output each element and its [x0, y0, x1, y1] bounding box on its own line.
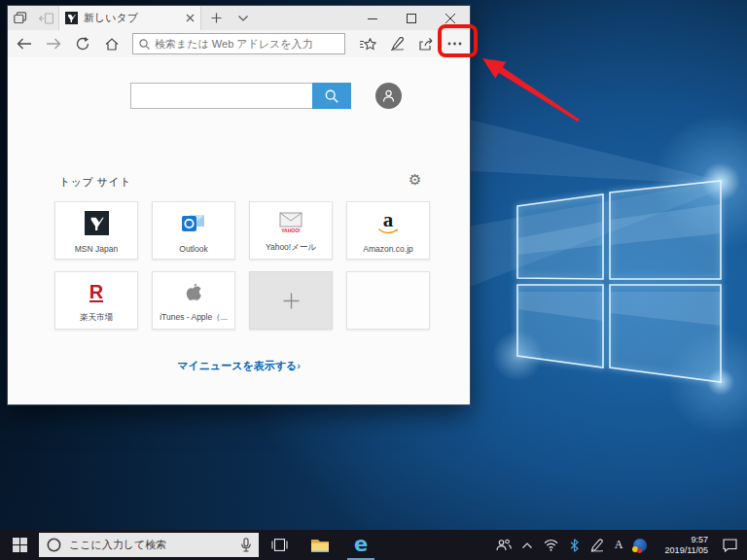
windows-ink-button[interactable] [586, 530, 609, 560]
people-icon [496, 539, 512, 551]
microphone-icon[interactable] [241, 538, 251, 552]
top-site-tile-outlook[interactable]: Outlook [152, 201, 235, 260]
profile-avatar[interactable] [375, 83, 402, 109]
pen-icon [590, 539, 604, 552]
address-bar-placeholder: 検索または Web アドレスを入力 [155, 37, 313, 52]
edge-browser-window: 新しいタブ [7, 5, 471, 405]
action-center-icon [723, 539, 737, 552]
tab-close-icon[interactable] [186, 14, 195, 22]
start-button[interactable] [0, 530, 39, 560]
new-tab-button[interactable] [201, 6, 231, 30]
top-site-tile-itunes[interactable]: iTunes - Apple（... [152, 271, 235, 330]
share-button[interactable] [411, 31, 441, 56]
rakuten-icon: R [89, 283, 103, 302]
file-explorer-button[interactable] [300, 530, 340, 560]
top-site-tile-amazon[interactable]: a Amazon.co.jp [346, 201, 430, 260]
taskbar: ここに入力して検索 e [0, 530, 747, 560]
yahoo-mail-icon [279, 212, 302, 228]
annotation-highlight-box [438, 24, 478, 57]
web-search-button[interactable] [312, 83, 351, 109]
folder-icon [310, 538, 330, 553]
add-top-site-tile[interactable] [249, 271, 333, 330]
wifi-button[interactable] [539, 530, 562, 560]
taskbar-search-placeholder: ここに入力して検索 [69, 538, 233, 552]
top-sites-heading: トップ サイト [59, 175, 131, 190]
bluetooth-icon [570, 539, 579, 552]
amazon-icon: a [383, 212, 394, 228]
clock-date: 2019/11/05 [652, 545, 708, 556]
ime-mode-indicator[interactable]: A [609, 530, 628, 560]
cortana-icon [47, 538, 61, 552]
set-aside-tabs-button[interactable] [8, 6, 33, 30]
desktop: 新しいタブ [0, 0, 747, 560]
chevron-up-icon [522, 542, 532, 548]
top-site-tile-rakuten[interactable]: R 楽天市場 [54, 271, 138, 330]
show-my-news-link[interactable]: マイニュースを表示する› [8, 359, 470, 373]
web-note-pen-button[interactable] [382, 31, 411, 56]
edge-icon: e [354, 535, 368, 555]
clock-time: 9:57 [652, 535, 708, 545]
tab-title: 新しいタブ [84, 11, 180, 25]
restore-set-aside-tabs-button[interactable] [33, 6, 58, 30]
forward-button[interactable] [39, 31, 68, 56]
apple-icon [185, 283, 202, 302]
tab-bar: 新しいタブ [8, 6, 470, 30]
top-site-tile-yahoo-mail[interactable]: YAHOO! Yahoo!メール [249, 201, 333, 260]
taskbar-clock[interactable]: 9:57 2019/11/05 [652, 535, 712, 556]
tray-app-icon [633, 539, 647, 552]
people-button[interactable] [492, 530, 516, 560]
browser-toolbar: 検索または Web アドレスを入力 [8, 30, 470, 57]
address-bar[interactable]: 検索または Web アドレスを入力 [132, 33, 345, 54]
favorites-hub-button[interactable] [353, 31, 382, 56]
edge-taskbar-button[interactable]: e [340, 530, 381, 560]
top-site-tile-msn[interactable]: MSN Japan [54, 201, 138, 260]
wifi-icon [544, 540, 558, 551]
empty-top-site-tile[interactable] [346, 271, 430, 330]
new-tab-favicon [65, 12, 78, 24]
taskbar-search-box[interactable]: ここに入力して検索 [39, 533, 259, 557]
system-tray: A 9:57 2019/11/05 [492, 530, 747, 560]
back-button[interactable] [10, 31, 39, 56]
bluetooth-button[interactable] [562, 530, 586, 560]
new-tab-page: トップ サイト ⚙ MSN Japan [8, 57, 470, 404]
minimize-button[interactable] [353, 6, 392, 30]
gear-icon[interactable]: ⚙ [409, 172, 421, 187]
maximize-button[interactable] [392, 6, 431, 30]
tab-preview-chevron-icon[interactable] [231, 6, 256, 30]
show-hidden-icons-button[interactable] [516, 530, 539, 560]
windows-logo-icon [13, 538, 27, 552]
person-icon [382, 89, 395, 102]
task-view-icon [271, 539, 288, 551]
search-icon [325, 89, 338, 103]
task-view-button[interactable] [259, 530, 300, 560]
msn-icon [85, 211, 109, 235]
plus-icon [283, 293, 300, 309]
tab-new-tab[interactable]: 新しいタブ [58, 6, 201, 30]
outlook-icon [181, 212, 206, 235]
chevron-right-icon: › [297, 360, 301, 371]
search-icon [139, 39, 150, 50]
home-button[interactable] [97, 31, 126, 56]
tray-app-button[interactable] [628, 530, 652, 560]
action-center-button[interactable] [712, 530, 747, 560]
refresh-button[interactable] [68, 31, 97, 56]
web-search-input[interactable] [130, 83, 312, 109]
top-sites-grid: MSN Japan Outlook [54, 201, 430, 330]
